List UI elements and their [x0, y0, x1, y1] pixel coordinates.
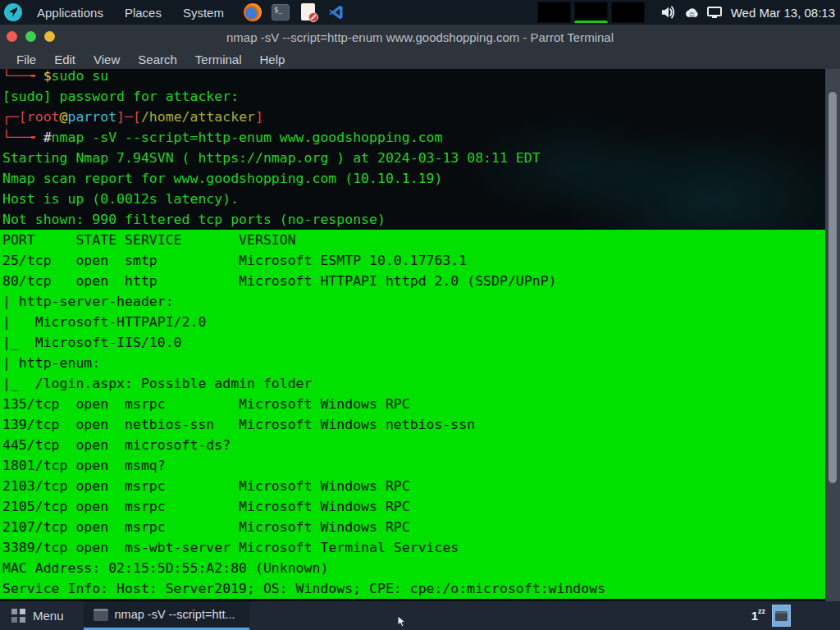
panel-menus: ApplicationsPlacesSystem [29, 2, 232, 23]
menu-item-search[interactable]: Search [130, 52, 185, 67]
terminal-line-selected: 2105/tcp open msrpc Microsoft Windows RP… [0, 496, 825, 517]
terminal-scrollbar[interactable] [825, 69, 840, 601]
task-terminal-icon [94, 609, 108, 621]
terminal-output: └──╼ $sudo su[sudo] password for attacke… [0, 69, 825, 599]
terminal-line-selected: 445/tcp open microsoft-ds? [0, 435, 825, 455]
text-editor-icon[interactable] [299, 3, 317, 21]
panel-clock[interactable]: Wed Mar 13, 08:13 [729, 6, 835, 20]
terminal-line-selected: 2103/tcp open msrpc Microsoft Windows RP… [0, 476, 825, 496]
taskbar: Menu nmap -sV --script=htt... 1 zz [0, 601, 840, 630]
terminal-line-selected: Service Info: Host: Server2019; OS: Wind… [0, 578, 825, 599]
pager-icon[interactable]: 1 zz [751, 609, 765, 623]
terminal-line-selected: MAC Address: 02:15:5D:55:A2:80 (Unknown) [0, 558, 825, 578]
terminal-line-selected: 80/tcp open http Microsoft HTTPAPI httpd… [0, 271, 825, 291]
window-controls [0, 31, 55, 42]
terminal-line-selected: PORT STATE SERVICE VERSION [0, 230, 825, 250]
workspace-3[interactable] [611, 2, 645, 23]
terminal-line: └──╼ $sudo su [0, 69, 825, 86]
top-panel: ApplicationsPlacesSystem $_ Wed Mar 13, … [0, 0, 840, 25]
pager-number: 1 [751, 609, 758, 623]
task-label: nmap -sV --script=htt... [115, 608, 235, 621]
menu-item-file[interactable]: File [8, 52, 44, 67]
terminal-icon[interactable]: $_ [272, 3, 290, 21]
terminal-line-selected: 2107/tcp open msrpc Microsoft Windows RP… [0, 517, 825, 537]
panel-launchers: $_ [244, 3, 345, 21]
scrollbar-thumb[interactable] [829, 92, 837, 483]
terminal-line-selected: |_ Microsoft-IIS/10.0 [0, 332, 825, 353]
terminal-line: Not shown: 990 filtered tcp ports (no-re… [0, 209, 825, 230]
terminal-menubar: FileEditViewSearchTerminalHelp [0, 49, 840, 69]
panel-menu-applications[interactable]: Applications [29, 2, 112, 23]
terminal-line: ┌─[root@parrot]─[/home/attacker] [0, 107, 825, 127]
terminal-line-selected: | http-enum: [0, 353, 825, 373]
terminal-line-selected: 135/tcp open msrpc Microsoft Windows RPC [0, 394, 825, 414]
terminal-line-selected: |_ /login.aspx: Possible admin folder [0, 373, 825, 394]
window-title: nmap -sV --script=http-enum www.goodshop… [0, 30, 840, 44]
workspace-2[interactable] [574, 2, 608, 23]
cloud-icon[interactable] [684, 7, 700, 18]
firefox-icon[interactable] [244, 3, 262, 21]
minimize-button[interactable] [44, 31, 55, 42]
panel-menu-places[interactable]: Places [116, 2, 170, 23]
panel-menu-system[interactable]: System [175, 2, 232, 23]
parrot-menu-icon[interactable] [4, 3, 22, 21]
taskbar-right: 1 zz [751, 605, 840, 627]
workspace-switcher [537, 2, 645, 23]
taskbar-task-terminal[interactable]: nmap -sV --script=htt... [84, 601, 249, 630]
terminal-line: Host is up (0.0012s latency). [0, 189, 825, 209]
vscode-icon[interactable] [327, 3, 345, 21]
pager-zz: zz [758, 607, 765, 615]
menu-grid-icon [11, 609, 25, 623]
terminal-line-selected: | Microsoft-HTTPAPI/2.0 [0, 312, 825, 332]
menu-item-terminal[interactable]: Terminal [187, 52, 250, 67]
display-icon[interactable] [707, 7, 722, 18]
menu-item-edit[interactable]: Edit [46, 52, 84, 67]
terminal-titlebar[interactable]: nmap -sV --script=http-enum www.goodshop… [0, 25, 840, 49]
taskbar-menu-label: Menu [33, 609, 64, 623]
terminal-line: Starting Nmap 7.94SVN ( https://nmap.org… [0, 148, 825, 168]
taskbar-menu-button[interactable]: Menu [0, 601, 75, 630]
terminal-line-selected: 1801/tcp open msmq? [0, 455, 825, 476]
menu-item-view[interactable]: View [85, 52, 128, 67]
close-button[interactable] [7, 31, 17, 42]
workspace-1[interactable] [537, 2, 571, 23]
terminal-line-selected: 139/tcp open netbios-ssn Microsoft Windo… [0, 414, 825, 435]
volume-icon[interactable] [660, 5, 677, 20]
mouse-cursor [396, 615, 408, 628]
menu-item-help[interactable]: Help [252, 52, 294, 67]
workspace-preview[interactable] [772, 605, 791, 627]
terminal-line-selected: 25/tcp open smtp Microsoft ESMTP 10.0.17… [0, 250, 825, 271]
terminal-body[interactable]: └──╼ $sudo su[sudo] password for attacke… [0, 69, 840, 601]
terminal-line-selected: 3389/tcp open ms-wbt-server Microsoft Te… [0, 537, 825, 558]
terminal-line: [sudo] password for attacker: [0, 86, 825, 107]
terminal-line-selected: | http-server-header: [0, 291, 825, 312]
maximize-button[interactable] [25, 31, 36, 42]
workspace-preview-window [775, 611, 788, 621]
terminal-line: └──╼ #nmap -sV --script=http-enum www.go… [0, 127, 825, 148]
panel-right: Wed Mar 13, 08:13 [537, 2, 840, 23]
terminal-line: Nmap scan report for www.goodshopping.co… [0, 168, 825, 189]
